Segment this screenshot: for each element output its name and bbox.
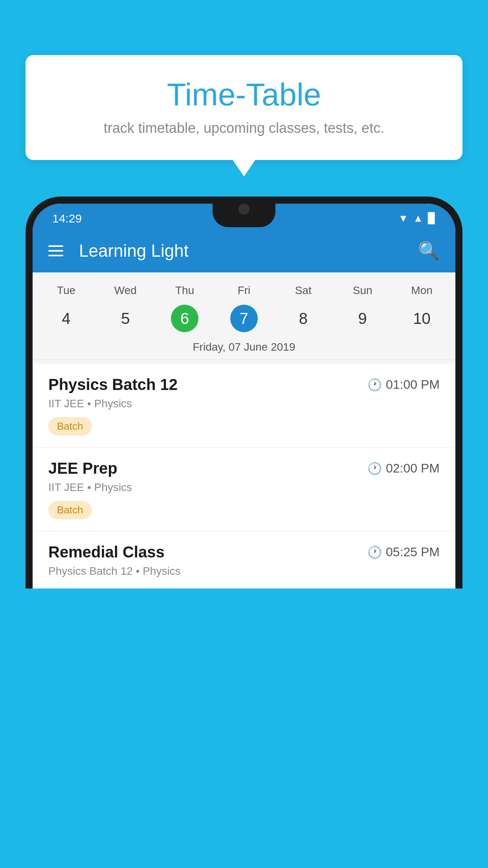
- day-thu: Thu: [155, 280, 215, 301]
- battery-icon: ▉: [428, 212, 436, 224]
- schedule-list: Physics Batch 12 🕐 01:00 PM IIT JEE • Ph…: [33, 364, 455, 588]
- day-tue: Tue: [37, 280, 96, 301]
- schedule-item-2-time-value: 02:00 PM: [386, 461, 440, 476]
- status-icons: ▼ ▲ ▉: [398, 212, 436, 224]
- schedule-item-1-title: Physics Batch 12: [48, 376, 178, 394]
- search-icon[interactable]: 🔍: [418, 241, 440, 261]
- day-wed: Wed: [96, 280, 155, 301]
- batch-badge-1: Batch: [48, 417, 92, 436]
- schedule-item-2-time: 🕐 02:00 PM: [367, 461, 440, 476]
- date-8[interactable]: 8: [273, 306, 333, 331]
- schedule-item-2-title: JEE Prep: [48, 460, 117, 477]
- schedule-item-3[interactable]: Remedial Class 🕐 05:25 PM Physics Batch …: [33, 531, 455, 588]
- schedule-item-1-header: Physics Batch 12 🕐 01:00 PM: [48, 376, 440, 394]
- days-header: Tue Wed Thu Fri Sat Sun Mon: [33, 280, 455, 301]
- schedule-item-1-meta: IIT JEE • Physics: [48, 397, 440, 410]
- calendar-strip: Tue Wed Thu Fri Sat Sun Mon 4 5 6 7: [33, 272, 455, 364]
- date-6[interactable]: 6: [155, 301, 215, 336]
- selected-date-label: Friday, 07 June 2019: [33, 336, 455, 360]
- signal-icon: ▲: [413, 212, 423, 224]
- app-title: Learning Light: [79, 241, 418, 261]
- schedule-item-3-time: 🕐 05:25 PM: [367, 545, 440, 559]
- date-today-circle[interactable]: 6: [171, 305, 198, 332]
- phone-camera: [238, 204, 250, 215]
- day-fri: Fri: [215, 280, 274, 301]
- date-7[interactable]: 7: [215, 301, 274, 336]
- phone-container: 14:29 ▼ ▲ ▉ Learning Light 🔍: [26, 197, 462, 868]
- clock-icon-2: 🕐: [367, 462, 382, 475]
- tooltip-subtitle: track timetable, upcoming classes, tests…: [49, 120, 439, 136]
- dates-row: 4 5 6 7 8 9 10: [33, 301, 455, 336]
- schedule-item-1-time: 🕐 01:00 PM: [367, 377, 440, 392]
- date-4[interactable]: 4: [37, 306, 96, 331]
- date-9[interactable]: 9: [333, 306, 392, 331]
- day-mon: Mon: [392, 280, 451, 301]
- tooltip-title: Time-Table: [49, 77, 439, 113]
- app-bar: Learning Light 🔍: [33, 229, 455, 272]
- wifi-icon: ▼: [398, 212, 409, 224]
- schedule-item-2-header: JEE Prep 🕐 02:00 PM: [48, 460, 440, 477]
- schedule-item-3-time-value: 05:25 PM: [386, 545, 440, 559]
- phone-frame: 14:29 ▼ ▲ ▉ Learning Light 🔍: [26, 197, 462, 588]
- date-selected-circle[interactable]: 7: [230, 305, 258, 332]
- day-sun: Sun: [333, 280, 392, 301]
- schedule-item-1-time-value: 01:00 PM: [386, 377, 440, 392]
- clock-icon-1: 🕐: [367, 378, 382, 392]
- status-time: 14:29: [52, 212, 82, 225]
- schedule-item-2-meta: IIT JEE • Physics: [48, 481, 440, 494]
- clock-icon-3: 🕐: [367, 545, 382, 559]
- date-5[interactable]: 5: [96, 306, 155, 331]
- tooltip-bubble: Time-Table track timetable, upcoming cla…: [26, 55, 462, 160]
- batch-badge-2: Batch: [48, 501, 92, 519]
- tooltip-container: Time-Table track timetable, upcoming cla…: [26, 55, 462, 160]
- date-10[interactable]: 10: [392, 306, 451, 331]
- phone-screen: 14:29 ▼ ▲ ▉ Learning Light 🔍: [33, 204, 455, 588]
- schedule-item-3-title: Remedial Class: [48, 543, 165, 561]
- schedule-item-3-header: Remedial Class 🕐 05:25 PM: [48, 543, 440, 561]
- schedule-item-1[interactable]: Physics Batch 12 🕐 01:00 PM IIT JEE • Ph…: [33, 364, 455, 448]
- schedule-item-2[interactable]: JEE Prep 🕐 02:00 PM IIT JEE • Physics Ba…: [33, 448, 455, 531]
- menu-icon[interactable]: [48, 245, 63, 256]
- schedule-item-3-meta: Physics Batch 12 • Physics: [48, 565, 440, 577]
- day-sat: Sat: [273, 280, 333, 301]
